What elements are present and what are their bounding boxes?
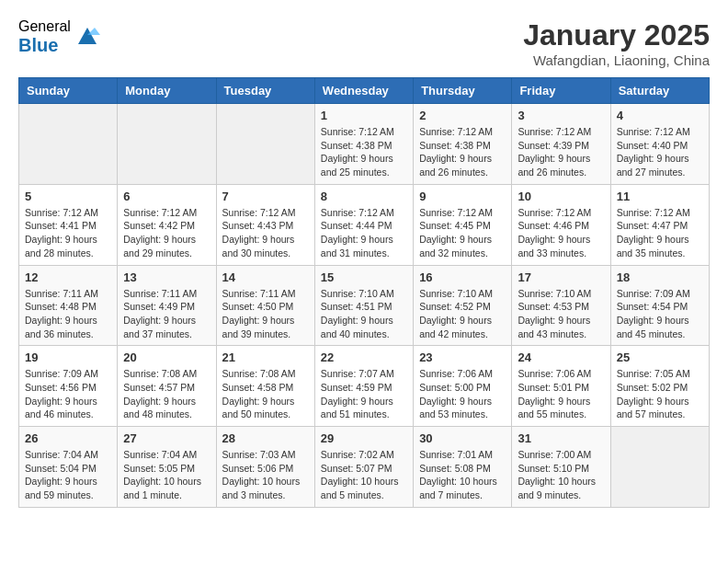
calendar-cell: 11Sunrise: 7:12 AM Sunset: 4:47 PM Dayli… bbox=[610, 184, 709, 265]
day-number: 29 bbox=[321, 431, 407, 445]
calendar-cell: 8Sunrise: 7:12 AM Sunset: 4:44 PM Daylig… bbox=[314, 184, 413, 265]
calendar-cell: 9Sunrise: 7:12 AM Sunset: 4:45 PM Daylig… bbox=[414, 184, 512, 265]
month-title: January 2025 bbox=[523, 18, 710, 52]
day-number: 22 bbox=[321, 350, 407, 364]
day-of-week-header: Tuesday bbox=[216, 78, 314, 104]
day-info: Sunrise: 7:07 AM Sunset: 4:59 PM Dayligh… bbox=[321, 367, 407, 421]
day-info: Sunrise: 7:03 AM Sunset: 5:06 PM Dayligh… bbox=[222, 448, 309, 502]
calendar-cell: 2Sunrise: 7:12 AM Sunset: 4:38 PM Daylig… bbox=[414, 104, 512, 185]
day-number: 21 bbox=[222, 350, 309, 364]
calendar-cell bbox=[216, 104, 314, 185]
day-info: Sunrise: 7:11 AM Sunset: 4:50 PM Dayligh… bbox=[222, 287, 309, 341]
calendar-cell bbox=[610, 427, 709, 508]
day-number: 17 bbox=[518, 270, 604, 284]
day-number: 19 bbox=[25, 350, 111, 364]
calendar-week-row: 19Sunrise: 7:09 AM Sunset: 4:56 PM Dayli… bbox=[19, 346, 710, 427]
calendar-cell: 20Sunrise: 7:08 AM Sunset: 4:57 PM Dayli… bbox=[118, 346, 216, 427]
day-number: 28 bbox=[222, 431, 309, 445]
day-number: 2 bbox=[419, 109, 506, 122]
day-info: Sunrise: 7:12 AM Sunset: 4:45 PM Dayligh… bbox=[419, 206, 506, 260]
calendar-cell: 10Sunrise: 7:12 AM Sunset: 4:46 PM Dayli… bbox=[512, 184, 610, 265]
day-number: 15 bbox=[321, 270, 407, 284]
calendar-cell: 21Sunrise: 7:08 AM Sunset: 4:58 PM Dayli… bbox=[216, 346, 314, 427]
calendar-cell: 19Sunrise: 7:09 AM Sunset: 4:56 PM Dayli… bbox=[19, 346, 118, 427]
day-info: Sunrise: 7:08 AM Sunset: 4:57 PM Dayligh… bbox=[123, 367, 210, 421]
day-number: 16 bbox=[419, 270, 506, 284]
day-number: 10 bbox=[518, 190, 604, 203]
calendar-cell: 13Sunrise: 7:11 AM Sunset: 4:49 PM Dayli… bbox=[118, 265, 216, 346]
day-info: Sunrise: 7:12 AM Sunset: 4:43 PM Dayligh… bbox=[222, 206, 309, 260]
day-number: 27 bbox=[123, 431, 210, 445]
calendar-cell: 12Sunrise: 7:11 AM Sunset: 4:48 PM Dayli… bbox=[19, 265, 118, 346]
day-info: Sunrise: 7:12 AM Sunset: 4:46 PM Dayligh… bbox=[518, 206, 604, 260]
calendar-cell: 28Sunrise: 7:03 AM Sunset: 5:06 PM Dayli… bbox=[216, 427, 314, 508]
day-number: 7 bbox=[222, 190, 309, 203]
calendar-cell: 29Sunrise: 7:02 AM Sunset: 5:07 PM Dayli… bbox=[314, 427, 413, 508]
day-number: 31 bbox=[518, 431, 604, 445]
calendar-cell: 23Sunrise: 7:06 AM Sunset: 5:00 PM Dayli… bbox=[414, 346, 512, 427]
day-number: 11 bbox=[617, 190, 703, 203]
day-number: 13 bbox=[123, 270, 210, 284]
day-info: Sunrise: 7:09 AM Sunset: 4:54 PM Dayligh… bbox=[617, 287, 703, 341]
day-info: Sunrise: 7:05 AM Sunset: 5:02 PM Dayligh… bbox=[617, 367, 703, 421]
calendar-table: SundayMondayTuesdayWednesdayThursdayFrid… bbox=[18, 77, 710, 508]
logo: General Blue bbox=[18, 18, 100, 55]
day-info: Sunrise: 7:06 AM Sunset: 5:00 PM Dayligh… bbox=[419, 367, 506, 421]
day-number: 23 bbox=[419, 350, 506, 364]
day-info: Sunrise: 7:10 AM Sunset: 4:51 PM Dayligh… bbox=[321, 287, 407, 341]
day-info: Sunrise: 7:06 AM Sunset: 5:01 PM Dayligh… bbox=[518, 367, 604, 421]
day-number: 5 bbox=[25, 190, 111, 203]
day-number: 26 bbox=[25, 431, 111, 445]
day-info: Sunrise: 7:12 AM Sunset: 4:39 PM Dayligh… bbox=[518, 125, 604, 179]
calendar-cell bbox=[118, 104, 216, 185]
calendar-week-row: 12Sunrise: 7:11 AM Sunset: 4:48 PM Dayli… bbox=[19, 265, 710, 346]
calendar-cell: 26Sunrise: 7:04 AM Sunset: 5:04 PM Dayli… bbox=[19, 427, 118, 508]
calendar-cell: 30Sunrise: 7:01 AM Sunset: 5:08 PM Dayli… bbox=[414, 427, 512, 508]
location: Wafangdian, Liaoning, China bbox=[523, 52, 710, 68]
day-number: 4 bbox=[617, 109, 703, 122]
day-info: Sunrise: 7:12 AM Sunset: 4:47 PM Dayligh… bbox=[617, 206, 703, 260]
calendar-cell: 31Sunrise: 7:00 AM Sunset: 5:10 PM Dayli… bbox=[512, 427, 610, 508]
calendar-cell: 7Sunrise: 7:12 AM Sunset: 4:43 PM Daylig… bbox=[216, 184, 314, 265]
day-number: 18 bbox=[617, 270, 703, 284]
day-info: Sunrise: 7:12 AM Sunset: 4:44 PM Dayligh… bbox=[321, 206, 407, 260]
day-info: Sunrise: 7:12 AM Sunset: 4:42 PM Dayligh… bbox=[123, 206, 210, 260]
calendar-cell: 24Sunrise: 7:06 AM Sunset: 5:01 PM Dayli… bbox=[512, 346, 610, 427]
day-number: 3 bbox=[518, 109, 604, 122]
day-of-week-header: Wednesday bbox=[314, 78, 413, 104]
day-info: Sunrise: 7:12 AM Sunset: 4:41 PM Dayligh… bbox=[25, 206, 111, 260]
day-of-week-header: Monday bbox=[118, 78, 216, 104]
day-info: Sunrise: 7:04 AM Sunset: 5:05 PM Dayligh… bbox=[123, 448, 210, 502]
calendar-cell: 14Sunrise: 7:11 AM Sunset: 4:50 PM Dayli… bbox=[216, 265, 314, 346]
calendar-cell: 6Sunrise: 7:12 AM Sunset: 4:42 PM Daylig… bbox=[118, 184, 216, 265]
day-info: Sunrise: 7:10 AM Sunset: 4:53 PM Dayligh… bbox=[518, 287, 604, 341]
day-info: Sunrise: 7:10 AM Sunset: 4:52 PM Dayligh… bbox=[419, 287, 506, 341]
day-info: Sunrise: 7:02 AM Sunset: 5:07 PM Dayligh… bbox=[321, 448, 407, 502]
day-number: 25 bbox=[617, 350, 703, 364]
calendar-cell: 18Sunrise: 7:09 AM Sunset: 4:54 PM Dayli… bbox=[610, 265, 709, 346]
day-number: 30 bbox=[419, 431, 506, 445]
day-number: 9 bbox=[419, 190, 506, 203]
calendar-week-row: 5Sunrise: 7:12 AM Sunset: 4:41 PM Daylig… bbox=[19, 184, 710, 265]
calendar-cell: 3Sunrise: 7:12 AM Sunset: 4:39 PM Daylig… bbox=[512, 104, 610, 185]
calendar-cell: 16Sunrise: 7:10 AM Sunset: 4:52 PM Dayli… bbox=[414, 265, 512, 346]
calendar-cell: 25Sunrise: 7:05 AM Sunset: 5:02 PM Dayli… bbox=[610, 346, 709, 427]
calendar-cell: 22Sunrise: 7:07 AM Sunset: 4:59 PM Dayli… bbox=[314, 346, 413, 427]
calendar-cell: 27Sunrise: 7:04 AM Sunset: 5:05 PM Dayli… bbox=[118, 427, 216, 508]
page-header: General Blue January 2025 Wafangdian, Li… bbox=[18, 18, 710, 68]
logo-icon bbox=[74, 22, 100, 48]
day-info: Sunrise: 7:01 AM Sunset: 5:08 PM Dayligh… bbox=[419, 448, 506, 502]
calendar-week-row: 26Sunrise: 7:04 AM Sunset: 5:04 PM Dayli… bbox=[19, 427, 710, 508]
day-info: Sunrise: 7:09 AM Sunset: 4:56 PM Dayligh… bbox=[25, 367, 111, 421]
day-number: 6 bbox=[123, 190, 210, 203]
day-number: 20 bbox=[123, 350, 210, 364]
calendar-cell: 17Sunrise: 7:10 AM Sunset: 4:53 PM Dayli… bbox=[512, 265, 610, 346]
logo-general: General bbox=[18, 18, 71, 35]
logo-text: General Blue bbox=[18, 18, 71, 55]
day-of-week-header: Thursday bbox=[414, 78, 512, 104]
day-info: Sunrise: 7:04 AM Sunset: 5:04 PM Dayligh… bbox=[25, 448, 111, 502]
day-number: 1 bbox=[321, 109, 407, 122]
day-of-week-header: Friday bbox=[512, 78, 610, 104]
calendar-cell bbox=[19, 104, 118, 185]
calendar-cell: 5Sunrise: 7:12 AM Sunset: 4:41 PM Daylig… bbox=[19, 184, 118, 265]
